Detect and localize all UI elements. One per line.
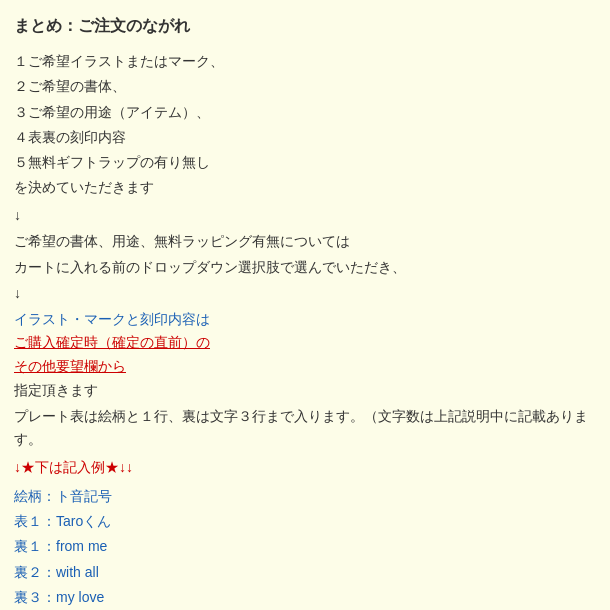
page-title: まとめ：ご注文のながれ — [14, 12, 596, 39]
arrow-2: ↓ — [14, 282, 596, 306]
step-4: ４表裏の刻印内容 — [14, 125, 596, 150]
example-value-0: ト音記号 — [56, 488, 112, 504]
arrow-1: ↓ — [14, 204, 596, 228]
red-line-1: ご購入確定時（確定の直前）の — [14, 331, 596, 355]
step-conclusion: を決めていただきます — [14, 175, 596, 200]
example-section: 絵柄：ト音記号 表１：Taroくん 裏１：from me 裏２：with all… — [14, 484, 596, 610]
note-2: カートに入れる前のドロップダウン選択肢で選んでいただき、 — [14, 256, 596, 280]
example-value-1: Taroくん — [56, 513, 111, 529]
input-hint: ↓★下は記入例★↓↓ — [14, 456, 596, 480]
example-row-3: 裏２：with all — [14, 560, 596, 585]
example-value-3: with all — [56, 564, 99, 580]
step-1: １ご希望イラストまたはマーク、 — [14, 49, 596, 74]
example-value-4: my love — [56, 589, 104, 605]
note-1: ご希望の書体、用途、無料ラッピング有無については — [14, 230, 596, 254]
note-2-text: カートに入れる前のドロップダウン選択肢で選んでいただき、 — [14, 259, 406, 275]
example-value-2: from me — [56, 538, 107, 554]
example-label-4: 裏３： — [14, 589, 56, 605]
step-5: ５無料ギフトラップの有り無し — [14, 150, 596, 175]
example-label-1: 表１： — [14, 513, 56, 529]
step-2: ２ご希望の書体、 — [14, 74, 596, 99]
example-row-1: 表１：Taroくん — [14, 509, 596, 534]
page-container: まとめ：ご注文のながれ １ご希望イラストまたはマーク、 ２ご希望の書体、 ３ご希… — [14, 12, 596, 610]
example-label-2: 裏１： — [14, 538, 56, 554]
example-row-0: 絵柄：ト音記号 — [14, 484, 596, 509]
note-1-text: ご希望の書体、用途、無料ラッピング有無については — [14, 233, 350, 249]
example-label-0: 絵柄： — [14, 488, 56, 504]
example-row-2: 裏１：from me — [14, 534, 596, 559]
steps-list: １ご希望イラストまたはマーク、 ２ご希望の書体、 ３ご希望の用途（アイテム）、 … — [14, 49, 596, 200]
example-label-3: 裏２： — [14, 564, 56, 580]
black-line-1: 指定頂きます — [14, 379, 596, 403]
step-3: ３ご希望の用途（アイテム）、 — [14, 100, 596, 125]
example-row-4: 裏３：my love — [14, 585, 596, 610]
long-text: プレート表は絵柄と１行、裏は文字３行まで入ります。（文字数は上記説明中に記載あり… — [14, 405, 596, 453]
red-line-2: その他要望欄から — [14, 355, 596, 379]
blue-line-1: イラスト・マークと刻印内容は — [14, 308, 596, 332]
